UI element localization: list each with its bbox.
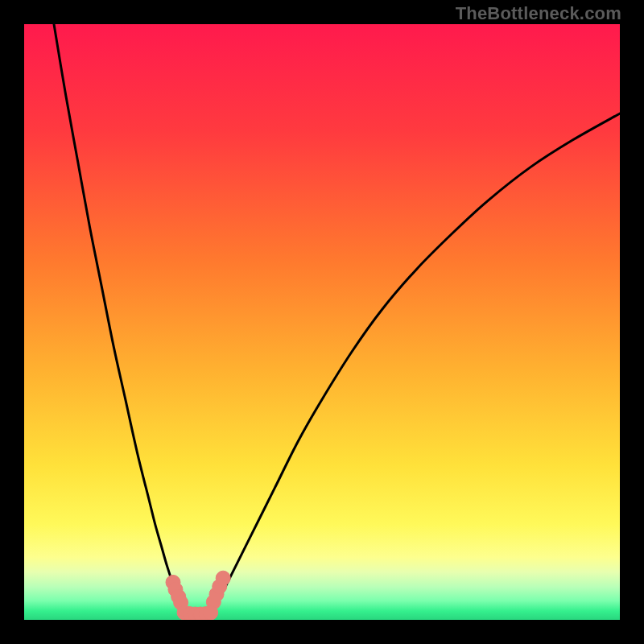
chart-svg [24, 24, 620, 620]
chart-frame: TheBottleneck.com [0, 0, 644, 644]
plot-area [24, 24, 620, 620]
gradient-background [24, 24, 620, 620]
watermark-text: TheBottleneck.com [456, 3, 621, 24]
marker-right-cluster [216, 571, 230, 585]
marker-floor-cluster [204, 605, 218, 620]
